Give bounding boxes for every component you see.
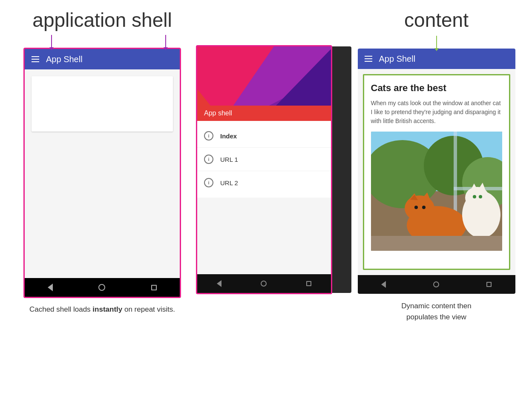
phone1-navbar bbox=[25, 278, 180, 297]
right-caption: Dynamic content then populates the view bbox=[401, 301, 471, 322]
nav-label-url2: URL 2 bbox=[220, 179, 238, 186]
info-icon-index: i bbox=[204, 131, 213, 141]
phone1-toolbar: App Shell bbox=[25, 49, 180, 69]
svg-rect-25 bbox=[371, 236, 502, 251]
home-icon[interactable] bbox=[98, 284, 105, 291]
phone3-title: App Shell bbox=[379, 54, 416, 64]
phone2-recent-icon[interactable] bbox=[306, 281, 311, 286]
app-shell-heading: application shell bbox=[32, 9, 172, 31]
hamburger-icon[interactable] bbox=[32, 56, 39, 62]
content-heading: content bbox=[404, 9, 469, 32]
content-arrow bbox=[436, 36, 437, 49]
info-icon-url1: i bbox=[204, 155, 213, 164]
main-container: application shell App Shell bbox=[0, 0, 532, 393]
phone2-header-image: App shell bbox=[197, 46, 331, 121]
arrow-left bbox=[51, 35, 52, 48]
svg-point-23 bbox=[473, 195, 476, 198]
cat-image bbox=[371, 132, 502, 251]
svg-point-24 bbox=[479, 195, 482, 198]
svg-point-17 bbox=[414, 206, 418, 209]
cats-description: When my cats look out the window at anot… bbox=[371, 99, 502, 126]
nav-item-url1[interactable]: i URL 1 bbox=[197, 148, 331, 171]
nav-label-index: Index bbox=[220, 132, 237, 140]
phone1-title: App Shell bbox=[46, 55, 83, 64]
phone2-filler bbox=[197, 198, 331, 274]
app-shell-overlay: App shell bbox=[197, 106, 331, 121]
arrow-right bbox=[165, 35, 166, 48]
phone3-navbar bbox=[358, 275, 515, 294]
phone1-card bbox=[32, 76, 173, 132]
phone3-hamburger-icon[interactable] bbox=[365, 56, 372, 62]
svg-point-18 bbox=[422, 206, 426, 209]
phone2-frame: App shell i Index i URL 1 i URL 2 bbox=[196, 45, 332, 294]
phone2-back-icon[interactable] bbox=[217, 280, 221, 287]
nav-label-url1: URL 1 bbox=[220, 156, 238, 163]
phone3-toolbar: App Shell bbox=[358, 49, 515, 69]
cats-title: Cats are the best bbox=[371, 82, 502, 95]
nav-item-url2[interactable]: i URL 2 bbox=[197, 171, 331, 194]
left-section: application shell App Shell bbox=[13, 9, 192, 315]
phone2-navbar bbox=[197, 274, 331, 293]
phone2-shadow bbox=[332, 46, 351, 293]
recent-icon[interactable] bbox=[151, 285, 157, 290]
info-icon-url2: i bbox=[204, 178, 213, 187]
phone3-back-icon[interactable] bbox=[381, 281, 386, 288]
phone1-content bbox=[25, 69, 180, 278]
phone1-frame: App Shell bbox=[23, 48, 181, 298]
nav-item-index[interactable]: i Index bbox=[197, 124, 331, 148]
phone3-recent-icon[interactable] bbox=[486, 282, 492, 287]
phone3-green-card: Cats are the best When my cats look out … bbox=[363, 74, 510, 270]
phone3-content-area: Cats are the best When my cats look out … bbox=[358, 69, 515, 275]
back-icon[interactable] bbox=[48, 284, 53, 291]
middle-section: App shell i Index i URL 1 i URL 2 bbox=[187, 9, 341, 294]
phone2-nav-list: i Index i URL 1 i URL 2 bbox=[197, 121, 331, 198]
phone3-home-icon[interactable] bbox=[433, 281, 439, 287]
phone2-home-icon[interactable] bbox=[261, 281, 267, 287]
left-caption: Cached shell loads instantly on repeat v… bbox=[29, 304, 175, 315]
app-shell-label: App shell bbox=[204, 109, 232, 117]
phone3-frame: App Shell Cats are the best When my cats… bbox=[358, 49, 515, 294]
right-section: content App Shell Cats are the best When… bbox=[354, 9, 519, 322]
